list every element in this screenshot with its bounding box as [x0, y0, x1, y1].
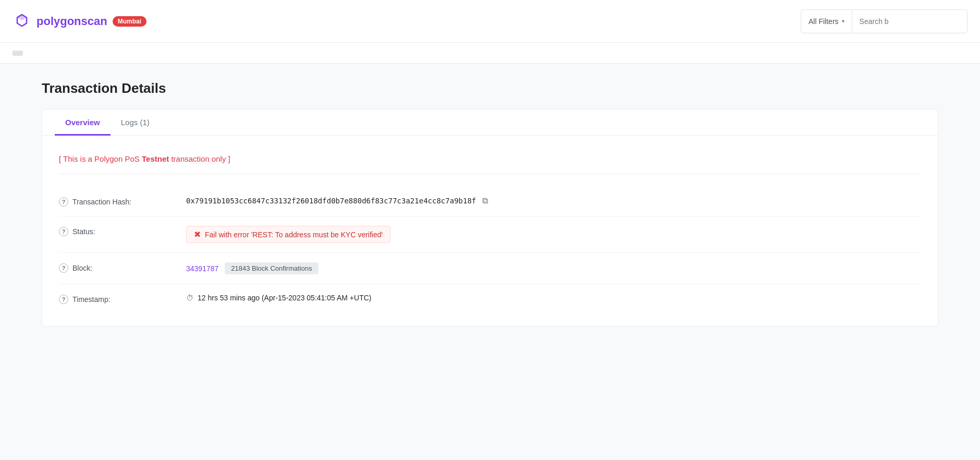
status-value-container: ✖ Fail with error 'REST: To address must…	[186, 226, 921, 243]
sub-nav-indicator	[13, 51, 23, 56]
timestamp-value-container: ⏱ 12 hrs 53 mins ago (Apr-15-2023 05:41:…	[186, 294, 921, 302]
tab-logs[interactable]: Logs (1)	[111, 110, 160, 136]
chevron-down-icon: ▾	[842, 18, 844, 24]
logo-text: polygonscan	[36, 15, 107, 28]
tab-overview[interactable]: Overview	[55, 110, 111, 136]
navbar: polygonscan Mumbai All Filters ▾	[0, 0, 980, 43]
status-label: ? Status:	[59, 226, 174, 236]
status-error-badge: ✖ Fail with error 'REST: To address must…	[186, 226, 390, 243]
card-body: [ This is a Polygon PoS Testnet transact…	[42, 136, 938, 326]
transaction-hash-value: 0x79191b1053cc6847c33132f26018dfd0b7e880…	[186, 197, 476, 205]
status-row: ? Status: ✖ Fail with error 'REST: To ad…	[59, 216, 921, 253]
page-title: Transaction Details	[42, 80, 938, 96]
search-filter-dropdown[interactable]: All Filters ▾	[801, 10, 852, 33]
block-number-link[interactable]: 34391787	[186, 264, 218, 273]
transaction-hash-value-container: 0x79191b1053cc6847c33132f26018dfd0b7e880…	[186, 196, 921, 205]
help-icon-status[interactable]: ?	[59, 227, 68, 236]
search-bar: All Filters ▾	[801, 9, 967, 33]
block-row: ? Block: 34391787 21843 Block Confirmati…	[59, 253, 921, 284]
logo-icon	[13, 13, 31, 30]
status-error-text: Fail with error 'REST: To address must b…	[205, 231, 383, 239]
brand-logo[interactable]: polygonscan Mumbai	[13, 13, 146, 30]
timestamp-row: ? Timestamp: ⏱ 12 hrs 53 mins ago (Apr-1…	[59, 284, 921, 313]
network-badge: Mumbai	[113, 16, 146, 27]
tabs-container: Overview Logs (1)	[42, 110, 938, 136]
sub-navbar	[0, 43, 980, 64]
confirmations-badge: 21843 Block Confirmations	[225, 262, 318, 274]
help-icon-block[interactable]: ?	[59, 263, 68, 273]
filter-label: All Filters	[808, 17, 839, 26]
search-input[interactable]	[852, 10, 958, 33]
timestamp-value: ⏱ 12 hrs 53 mins ago (Apr-15-2023 05:41:…	[186, 294, 371, 302]
transaction-hash-label: ? Transaction Hash:	[59, 196, 174, 207]
error-circle-icon: ✖	[194, 229, 201, 239]
block-value-container: 34391787 21843 Block Confirmations	[186, 262, 921, 274]
clock-icon: ⏱	[186, 294, 193, 302]
copy-icon[interactable]: ⧉	[482, 196, 488, 205]
help-icon-timestamp[interactable]: ?	[59, 295, 68, 304]
help-icon-hash[interactable]: ?	[59, 197, 68, 207]
testnet-notice: [ This is a Polygon PoS Testnet transact…	[59, 148, 921, 174]
transaction-hash-row: ? Transaction Hash: 0x79191b1053cc6847c3…	[59, 187, 921, 216]
block-label: ? Block:	[59, 262, 174, 273]
main-content: Transaction Details Overview Logs (1) [ …	[21, 64, 959, 347]
transaction-details-card: Overview Logs (1) [ This is a Polygon Po…	[42, 109, 938, 326]
timestamp-label: ? Timestamp:	[59, 294, 174, 304]
